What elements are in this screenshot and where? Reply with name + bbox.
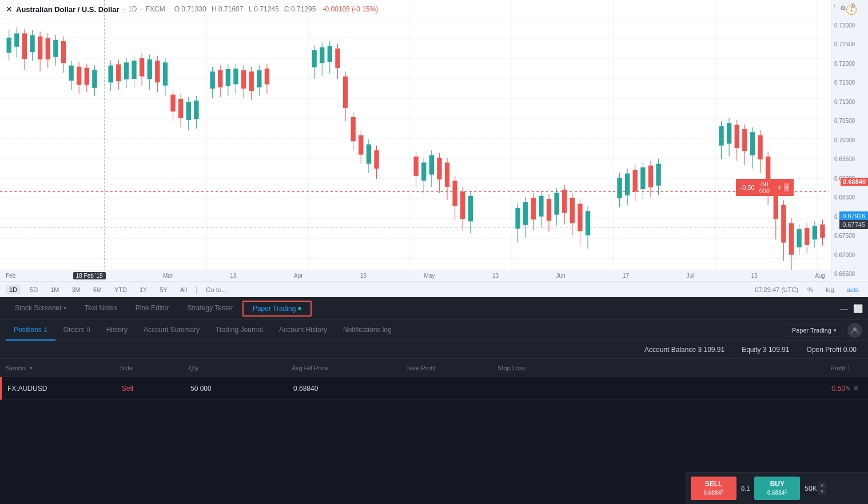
period-6m[interactable]: 6M [90, 285, 105, 294]
svg-rect-101 [351, 117, 355, 141]
col-header-tp: Take Profit [406, 365, 497, 371]
qty-stepper[interactable]: ▲ ▼ [818, 482, 826, 495]
col-header-sl: Stop Loss [497, 365, 589, 371]
tab-stock-screener[interactable]: Stock Screener ▾ [6, 297, 75, 320]
qty-stepper-container: 50K ▲ ▼ [805, 482, 826, 495]
subtab-notifications-log[interactable]: Notifications log [335, 320, 400, 341]
edit-position-icon[interactable]: ✎ [845, 385, 851, 393]
info-icon[interactable]: i [846, 5, 857, 15]
buy-button[interactable]: BUY 0.68841 [754, 477, 800, 499]
period-1d[interactable]: 1D [6, 285, 21, 294]
svg-rect-59 [140, 58, 144, 77]
subtab-account-summary[interactable]: Account Summary [136, 320, 208, 341]
svg-rect-177 [797, 229, 801, 247]
period-1y[interactable]: 1Y [136, 285, 150, 294]
time-apr15: 15 [360, 273, 367, 279]
svg-rect-159 [727, 123, 731, 143]
svg-rect-75 [210, 71, 214, 89]
col-header-actions[interactable]: ⋮ [845, 364, 862, 371]
tab-stock-screener-label: Stock Screener [15, 304, 62, 312]
price-10: 0.68500 [834, 194, 865, 201]
trade-qty-container: 0.1 [741, 485, 750, 492]
svg-rect-141 [578, 204, 582, 231]
cursor-price-badge: 0.67745 [839, 220, 868, 229]
subtab-orders[interactable]: Orders 0 [55, 320, 98, 341]
svg-rect-83 [241, 70, 246, 89]
svg-rect-29 [14, 33, 19, 46]
svg-rect-137 [562, 190, 567, 213]
sell-button[interactable]: SELL 0.68840 [691, 477, 736, 499]
subtab-account-history[interactable]: Account History [271, 320, 335, 341]
price-4: 0.71500 [834, 79, 865, 86]
period-5y[interactable]: 5Y [156, 285, 170, 294]
chart-time: 07:29:47 (UTC) [755, 286, 798, 293]
svg-rect-157 [719, 126, 723, 146]
svg-rect-71 [186, 102, 191, 120]
svg-rect-113 [429, 155, 434, 175]
svg-rect-163 [742, 129, 747, 151]
tab-stock-screener-chevron: ▾ [63, 305, 66, 311]
tab-pine-editor-label: Pine Editor [136, 304, 169, 312]
order-label[interactable]: -0.50 -50 000 ⇕ ✕ [736, 179, 794, 196]
svg-rect-77 [218, 70, 222, 87]
svg-rect-93 [320, 47, 324, 63]
subtab-trading-journal[interactable]: Trading Journal [208, 320, 271, 341]
close-position-icon[interactable]: ✕ [853, 385, 859, 393]
svg-rect-175 [789, 223, 794, 255]
auto-btn[interactable]: auto [843, 285, 862, 294]
panel-fullscreen-btn[interactable]: ⬜ [853, 304, 862, 313]
time-jul15: 15 [751, 273, 758, 279]
period-3m[interactable]: 3M [68, 285, 83, 294]
goto-btn[interactable]: Go to... [202, 285, 230, 294]
log-btn[interactable]: log [822, 285, 838, 294]
profit-value: 0.00 [843, 346, 857, 354]
subtabs-row: Positions 1 Orders 0 History Account Sum… [0, 320, 868, 341]
chart-header: ✕ Australian Dollar / U.S. Dollar · 1D ·… [6, 5, 378, 14]
svg-rect-115 [437, 158, 441, 179]
svg-rect-183 [820, 225, 825, 238]
cell-actions[interactable]: ✎ ✕ [845, 385, 862, 393]
qty-down-btn[interactable]: ▼ [818, 489, 826, 495]
qty-up-btn[interactable]: ▲ [818, 482, 826, 488]
buy-label: BUY [763, 480, 791, 488]
price-8: 0.69500 [834, 156, 865, 162]
order-close-btn[interactable]: ✕ [784, 183, 789, 191]
cell-side: Sell [122, 385, 190, 393]
user-icon-btn[interactable] [847, 323, 862, 338]
svg-rect-155 [656, 164, 660, 186]
subtab-orders-count: 0 [87, 326, 90, 333]
svg-rect-123 [468, 196, 473, 222]
svg-rect-91 [312, 50, 316, 67]
panel-minimize-btn[interactable]: — [839, 304, 849, 313]
chart-area: ✕ Australian Dollar / U.S. Dollar · 1D ·… [0, 0, 868, 297]
svg-rect-49 [92, 70, 97, 88]
tab-text-notes[interactable]: Text Notes [75, 297, 126, 320]
table-header: Symbol ▾ Side Qty Avg Fill Price Take Pr… [0, 359, 868, 377]
svg-rect-121 [460, 191, 465, 219]
subtab-history[interactable]: History [98, 320, 136, 341]
col-header-symbol[interactable]: Symbol ▾ [6, 365, 120, 371]
period-all[interactable]: All [177, 285, 190, 294]
svg-rect-109 [413, 157, 418, 176]
svg-rect-27 [7, 38, 11, 53]
tab-paper-trading[interactable]: Paper Trading [242, 301, 312, 317]
chart-broker: · [140, 5, 142, 13]
buy-price: 0.68841 [763, 488, 791, 496]
chart-change: -0.00105 (-0.15%) [322, 5, 378, 13]
paper-trading-dropdown-btn[interactable]: Paper Trading ▾ [786, 324, 843, 337]
tab-strategy-tester[interactable]: Strategy Tester [178, 297, 242, 320]
tab-pine-editor[interactable]: Pine Editor [126, 297, 178, 320]
price-axis: 0.73350 0.73000 0.72500 0.72000 0.71500 … [831, 0, 868, 280]
period-1m[interactable]: 1M [47, 285, 62, 294]
subtab-positions-count: 1 [44, 326, 47, 333]
percent-btn[interactable]: % [804, 285, 817, 294]
balance-label: Account Balance [644, 346, 696, 354]
period-5d[interactable]: 5D [26, 285, 41, 294]
user-svg [851, 326, 859, 334]
period-ytd[interactable]: YTD [111, 285, 130, 294]
time-apr: Apr [294, 273, 303, 279]
profit-label: Open Profit [807, 346, 842, 354]
order-loss2: -50 000 [757, 180, 775, 195]
subtab-positions[interactable]: Positions 1 [6, 320, 55, 341]
svg-rect-103 [359, 135, 363, 155]
